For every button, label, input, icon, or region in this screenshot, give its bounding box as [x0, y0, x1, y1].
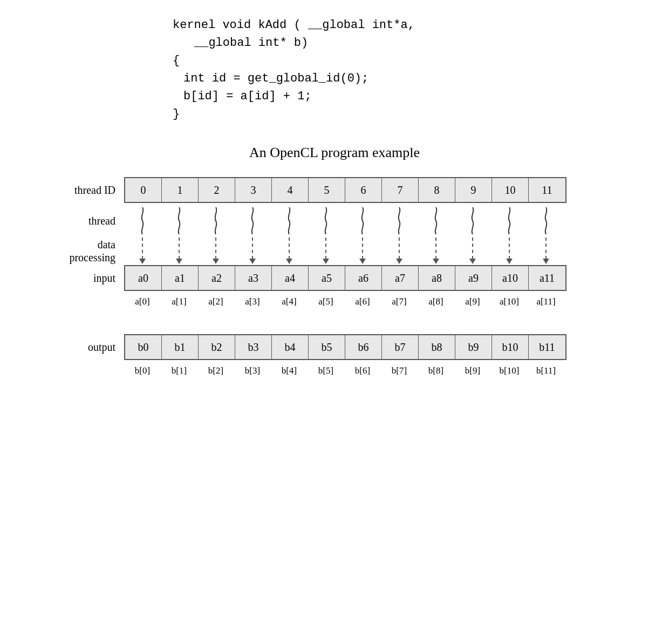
- code-block: kernel void kAdd ( __global int*a, __glo…: [173, 16, 496, 123]
- input-index-label: a[5]: [308, 296, 344, 307]
- dashed-arrows: [124, 238, 564, 264]
- thread-id-label: thread ID: [38, 184, 124, 196]
- thread-id-cell: 2: [199, 178, 235, 202]
- input-cell: a3: [235, 266, 272, 290]
- dashed-arrow-item: [418, 238, 454, 264]
- output-cell: b6: [345, 335, 382, 359]
- input-cell: a5: [309, 266, 345, 290]
- dashed-arrow-item: [381, 238, 418, 264]
- thread-id-cell: 5: [309, 178, 345, 202]
- output-row: output b0b1b2b3b4b5b6b7b8b9b10b11: [38, 334, 631, 360]
- input-index-label: a[0]: [124, 296, 161, 307]
- thread-curly-arrow: [528, 207, 564, 234]
- output-index-label: b[7]: [381, 365, 418, 376]
- thread-id-cell: 6: [345, 178, 382, 202]
- thread-label: thread: [38, 214, 124, 227]
- code-line-4: int id = get_global_id(0);: [173, 70, 496, 87]
- dashed-arrow-item: [344, 238, 381, 264]
- input-index-label: a[7]: [381, 296, 418, 307]
- output-cell: b2: [199, 335, 235, 359]
- thread-arrows-row: thread: [38, 205, 631, 236]
- code-line-2: __global int* b): [173, 34, 496, 52]
- thread-id-cell: 1: [162, 178, 199, 202]
- input-index-label: a[2]: [197, 296, 234, 307]
- thread-curly-arrow: [418, 207, 454, 234]
- data-processing-label: data processing: [38, 238, 124, 264]
- output-index-label: b[8]: [418, 365, 454, 376]
- thread-id-cell: 9: [455, 178, 492, 202]
- code-line-1: kernel void kAdd ( __global int*a,: [173, 16, 496, 34]
- output-index-label: b[2]: [197, 365, 234, 376]
- output-cell: b4: [272, 335, 309, 359]
- output-cell: b3: [235, 335, 272, 359]
- output-index-label: b[9]: [454, 365, 491, 376]
- output-index-labels: b[0]b[1]b[2]b[3]b[4]b[5]b[6]b[7]b[8]b[9]…: [124, 365, 564, 376]
- output-index-label: b[10]: [491, 365, 528, 376]
- thread-curly-arrow: [491, 207, 528, 234]
- diagram-title: An OpenCL program example: [249, 145, 420, 161]
- input-cell: a8: [419, 266, 455, 290]
- output-cells: b0b1b2b3b4b5b6b7b8b9b10b11: [124, 334, 566, 360]
- output-index-label: b[6]: [344, 365, 381, 376]
- thread-curly-arrow: [234, 207, 271, 234]
- input-cell: a11: [529, 266, 565, 290]
- thread-curly-arrow: [454, 207, 491, 234]
- code-line-5: b[id] = a[id] + 1;: [173, 87, 496, 105]
- input-index-label: a[11]: [528, 296, 564, 307]
- input-index-label: a[9]: [454, 296, 491, 307]
- input-cell: a6: [345, 266, 382, 290]
- input-cell: a1: [162, 266, 199, 290]
- thread-id-row: thread ID 01234567891011: [38, 177, 631, 203]
- input-labels-row: a[0]a[1]a[2]a[3]a[4]a[5]a[6]a[7]a[8]a[9]…: [38, 293, 631, 307]
- data-processing-row: data processing: [38, 238, 631, 264]
- thread-id-cell: 4: [272, 178, 309, 202]
- code-line-6: }: [173, 105, 496, 123]
- dashed-arrow-item: [197, 238, 234, 264]
- dashed-arrow-item: [124, 238, 161, 264]
- thread-id-cell: 11: [529, 178, 565, 202]
- dashed-arrow-item: [308, 238, 344, 264]
- output-cell: b1: [162, 335, 199, 359]
- output-labels-row: b[0]b[1]b[2]b[3]b[4]b[5]b[6]b[7]b[8]b[9]…: [38, 362, 631, 376]
- page-container: kernel void kAdd ( __global int*a, __glo…: [22, 16, 647, 376]
- thread-curly-arrow: [197, 207, 234, 234]
- output-cell: b10: [492, 335, 529, 359]
- dashed-arrow-item: [491, 238, 528, 264]
- code-line-3: {: [173, 52, 496, 70]
- output-index-label: b[5]: [308, 365, 344, 376]
- input-cell: a4: [272, 266, 309, 290]
- output-cell: b7: [382, 335, 419, 359]
- thread-curly-arrow: [308, 207, 344, 234]
- output-index-label: b[4]: [271, 365, 308, 376]
- output-index-label: b[0]: [124, 365, 161, 376]
- thread-curly-arrow: [271, 207, 308, 234]
- output-section: output b0b1b2b3b4b5b6b7b8b9b10b11 b[0]b[…: [38, 334, 631, 376]
- input-cell: a7: [382, 266, 419, 290]
- thread-curly-arrow: [161, 207, 197, 234]
- output-index-label: b[3]: [234, 365, 271, 376]
- input-cells: a0a1a2a3a4a5a6a7a8a9a10a11: [124, 265, 566, 291]
- input-index-label: a[10]: [491, 296, 528, 307]
- input-cell: a0: [125, 266, 162, 290]
- output-index-label: b[1]: [161, 365, 197, 376]
- thread-curly-arrows: [124, 207, 564, 234]
- thread-id-cell: 7: [382, 178, 419, 202]
- thread-id-cells: 01234567891011: [124, 177, 566, 203]
- thread-curly-arrow: [381, 207, 418, 234]
- input-index-label: a[6]: [344, 296, 381, 307]
- thread-id-cell: 3: [235, 178, 272, 202]
- output-label: output: [38, 341, 124, 354]
- input-index-label: a[3]: [234, 296, 271, 307]
- input-index-label: a[4]: [271, 296, 308, 307]
- thread-id-cell: 10: [492, 178, 529, 202]
- dashed-arrow-item: [271, 238, 308, 264]
- dashed-arrow-item: [161, 238, 197, 264]
- thread-curly-arrow: [124, 207, 161, 234]
- input-cell: a10: [492, 266, 529, 290]
- dashed-arrow-item: [454, 238, 491, 264]
- dashed-arrow-item: [528, 238, 564, 264]
- input-label: input: [38, 272, 124, 284]
- dashed-arrow-item: [234, 238, 271, 264]
- output-cell: b9: [455, 335, 492, 359]
- input-index-labels: a[0]a[1]a[2]a[3]a[4]a[5]a[6]a[7]a[8]a[9]…: [124, 296, 564, 307]
